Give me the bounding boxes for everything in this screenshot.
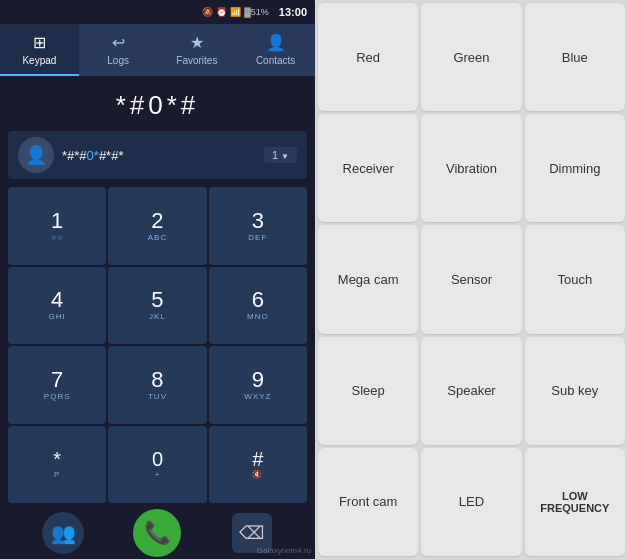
key-star-sub: P — [54, 470, 60, 479]
grid-btn-mega-cam[interactable]: Mega cam — [318, 225, 418, 333]
grid-btn-green[interactable]: Green — [421, 3, 521, 111]
recent-count: 1 ▼ — [264, 147, 297, 163]
nav-tabs: ⊞ Keypad ↩ Logs ★ Favorites 👤 Contacts — [0, 24, 315, 76]
tab-logs[interactable]: ↩ Logs — [79, 24, 158, 76]
key-3[interactable]: 3 DEF — [209, 187, 307, 265]
key-6-main: 6 — [252, 289, 264, 311]
watermark: Galaxynote4.ru — [257, 546, 311, 555]
status-time: 13:00 — [279, 6, 307, 18]
tab-favorites-label: Favorites — [176, 55, 217, 66]
tab-keypad-label: Keypad — [22, 55, 56, 66]
key-6-sub: MNO — [247, 312, 269, 321]
key-4[interactable]: 4 GHI — [8, 267, 106, 345]
mute-icon: 🔕 — [202, 7, 213, 17]
grid-btn-sleep[interactable]: Sleep — [318, 337, 418, 445]
grid-btn-dimming[interactable]: Dimming — [525, 114, 625, 222]
key-star[interactable]: * P — [8, 426, 106, 504]
key-3-sub: DEF — [248, 233, 267, 242]
key-7-sub: PQRS — [44, 392, 71, 401]
key-9[interactable]: 9 WXYZ — [209, 346, 307, 424]
key-star-main: * — [53, 449, 61, 469]
grid-btn-front-cam[interactable]: Front cam — [318, 448, 418, 556]
contacts-action-icon: 👥 — [51, 521, 76, 545]
recent-number: *#*#0*#*#* — [62, 148, 256, 163]
key-2-sub: ABC — [148, 233, 167, 242]
grid-btn-touch[interactable]: Touch — [525, 225, 625, 333]
grid-btn-sensor[interactable]: Sensor — [421, 225, 521, 333]
grid-btn-blue[interactable]: Blue — [525, 3, 625, 111]
alarm-icon: ⏰ — [216, 7, 227, 17]
key-7-main: 7 — [51, 369, 63, 391]
key-0[interactable]: 0 + — [108, 426, 206, 504]
tab-favorites[interactable]: ★ Favorites — [158, 24, 237, 76]
key-2-main: 2 — [151, 210, 163, 232]
logs-icon: ↩ — [112, 33, 125, 52]
key-8-main: 8 — [151, 369, 163, 391]
avatar: 👤 — [18, 137, 54, 173]
keypad-icon: ⊞ — [33, 33, 46, 52]
key-9-sub: WXYZ — [244, 392, 271, 401]
grid-btn-low-frequency[interactable]: LOW FREQUENCY — [525, 448, 625, 556]
key-1-main: 1 — [51, 210, 63, 232]
battery-icon: ▓51% — [244, 7, 269, 17]
status-bar: 🔕 ⏰ 📶 ▓51% 13:00 — [0, 0, 315, 24]
key-hash-main: # — [252, 449, 263, 469]
highlighted-text: 0* — [87, 148, 99, 163]
dialed-number: *#0*# — [116, 90, 200, 120]
key-1-sub: ○○ — [51, 233, 63, 242]
key-7[interactable]: 7 PQRS — [8, 346, 106, 424]
grid-btn-receiver[interactable]: Receiver — [318, 114, 418, 222]
dialed-display: *#0*# — [0, 76, 315, 131]
contacts-icon: 👤 — [266, 33, 286, 52]
phone-panel: 🔕 ⏰ 📶 ▓51% 13:00 ⊞ Keypad ↩ Logs ★ Favor… — [0, 0, 315, 559]
recent-entry[interactable]: 👤 *#*#0*#*#* 1 ▼ — [8, 131, 307, 179]
key-hash-sub: 🔇 — [252, 470, 263, 479]
key-8-sub: TUV — [148, 392, 167, 401]
key-8[interactable]: 8 TUV — [108, 346, 206, 424]
key-0-sub: + — [155, 470, 161, 479]
key-9-main: 9 — [252, 369, 264, 391]
grid-btn-red[interactable]: Red — [318, 3, 418, 111]
tab-contacts[interactable]: 👤 Contacts — [236, 24, 315, 76]
key-5-main: 5 — [151, 289, 163, 311]
status-icons: 🔕 ⏰ 📶 ▓51% — [202, 7, 269, 17]
test-grid-panel: Red Green Blue Receiver Vibration Dimmin… — [315, 0, 628, 559]
tab-contacts-label: Contacts — [256, 55, 295, 66]
grid-btn-speaker[interactable]: Speaker — [421, 337, 521, 445]
delete-icon: ⌫ — [239, 522, 264, 544]
key-5[interactable]: 5 JKL — [108, 267, 206, 345]
key-4-main: 4 — [51, 289, 63, 311]
tab-keypad[interactable]: ⊞ Keypad — [0, 24, 79, 76]
call-icon: 📞 — [144, 520, 171, 546]
keypad-grid: 1 ○○ 2 ABC 3 DEF 4 GHI 5 JKL 6 MNO 7 PQR… — [0, 183, 315, 507]
contacts-action-button[interactable]: 👥 — [16, 512, 110, 554]
grid-btn-vibration[interactable]: Vibration — [421, 114, 521, 222]
signal-icon: 📶 — [230, 7, 241, 17]
call-button[interactable]: 📞 — [110, 509, 204, 557]
key-6[interactable]: 6 MNO — [209, 267, 307, 345]
grid-btn-led[interactable]: LED — [421, 448, 521, 556]
grid-btn-sub-key[interactable]: Sub key — [525, 337, 625, 445]
key-1[interactable]: 1 ○○ — [8, 187, 106, 265]
favorites-icon: ★ — [190, 33, 204, 52]
key-hash[interactable]: # 🔇 — [209, 426, 307, 504]
key-5-sub: JKL — [149, 312, 166, 321]
tab-logs-label: Logs — [107, 55, 129, 66]
key-0-main: 0 — [152, 449, 163, 469]
key-2[interactable]: 2 ABC — [108, 187, 206, 265]
key-3-main: 3 — [252, 210, 264, 232]
key-4-sub: GHI — [49, 312, 66, 321]
